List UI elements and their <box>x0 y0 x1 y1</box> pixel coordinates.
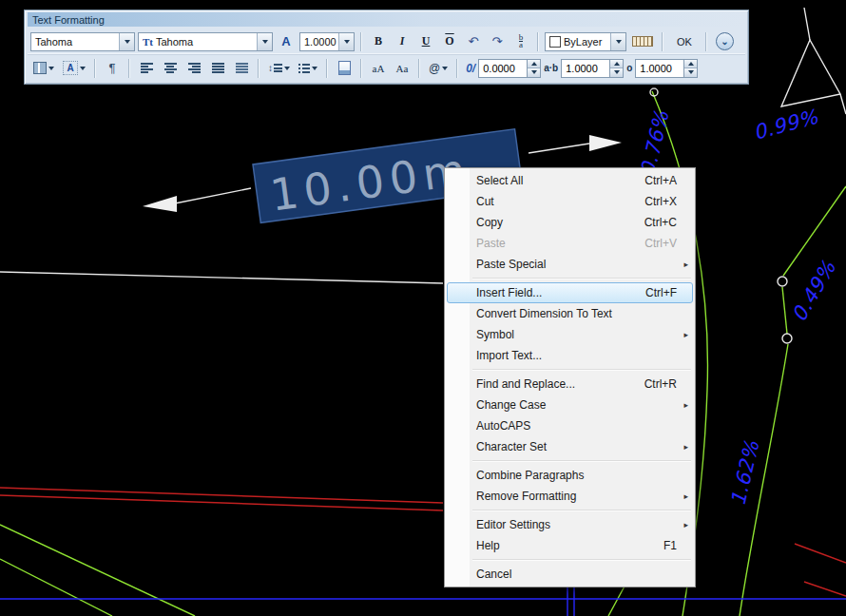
align-center-button[interactable] <box>160 58 181 79</box>
stack-button[interactable]: ba <box>510 31 531 52</box>
oblique-spin-down[interactable] <box>528 67 540 77</box>
columns-button[interactable] <box>30 58 57 79</box>
justify-button[interactable] <box>207 58 228 79</box>
menu-item-import-text[interactable]: Import Text... <box>447 345 693 366</box>
menu-item-insert-field[interactable]: Insert Field... Ctrl+F <box>447 282 693 303</box>
toolbar-separator <box>662 32 663 51</box>
submenu-arrow-icon: ▸ <box>677 400 688 410</box>
align-left-button[interactable] <box>136 58 157 79</box>
align-right-button[interactable] <box>183 58 204 79</box>
numbering-button[interactable] <box>296 58 320 79</box>
paragraph-button[interactable]: ¶ <box>102 58 123 79</box>
text-height-combo[interactable]: 1.0000 <box>299 32 355 51</box>
align-right-icon <box>188 63 201 73</box>
text-style-dropdown-icon[interactable] <box>119 33 134 50</box>
menu-item-character-set[interactable]: Character Set ▸ <box>447 436 693 457</box>
columns-icon <box>33 62 47 74</box>
menu-item-find-and-replace[interactable]: Find and Replace... Ctrl+R <box>447 374 693 395</box>
toolbar-row-2: A ¶ ↕ aA Aa <box>28 54 745 81</box>
justification-button[interactable]: A <box>60 58 88 79</box>
font-dropdown-icon[interactable] <box>257 33 272 50</box>
toolbar-separator <box>258 59 260 78</box>
redo-button[interactable]: ↷ <box>487 31 508 52</box>
menu-item-autocaps[interactable]: AutoCAPS <box>447 415 693 436</box>
line-spacing-icon: ↕ <box>268 63 282 73</box>
insert-field-icon <box>338 61 351 75</box>
oblique-spin-up[interactable] <box>528 60 540 68</box>
submenu-arrow-icon: ▸ <box>677 520 688 529</box>
menu-item-cut[interactable]: Cut Ctrl+X <box>447 191 693 212</box>
underline-button[interactable]: U <box>415 31 436 52</box>
tracking-spin-up[interactable] <box>610 60 623 68</box>
annotative-icon: A <box>281 34 290 48</box>
dialog-title: Text Formatting <box>32 14 105 26</box>
menu-item-cancel[interactable]: Cancel <box>447 564 693 585</box>
submenu-arrow-icon: ▸ <box>677 491 688 501</box>
tracking-spinner[interactable]: 1.0000 <box>561 59 624 78</box>
toolbar-separator <box>456 59 458 78</box>
insert-field-button[interactable] <box>334 58 355 79</box>
symbol-icon: @ <box>429 62 440 75</box>
menu-separator <box>472 559 691 561</box>
toolbar-separator <box>94 59 96 78</box>
width-factor-value: 1.0000 <box>635 59 684 78</box>
menu-item-remove-formatting[interactable]: Remove Formatting ▸ <box>447 486 693 507</box>
submenu-arrow-icon: ▸ <box>677 260 688 269</box>
oblique-angle-value: 0.0000 <box>478 59 528 78</box>
toolbar-row-1: Tahoma Tt Tahoma A 1.0000 B I U O ↶ ↷ ba <box>28 29 745 54</box>
align-center-icon <box>164 63 177 73</box>
tracking-spin-down[interactable] <box>610 67 623 77</box>
color-combo[interactable]: ByLayer <box>545 32 626 51</box>
uppercase-button[interactable]: aA <box>368 58 389 79</box>
toolbar-separator <box>360 59 362 78</box>
width-factor-spinner[interactable]: 1.0000 <box>635 59 698 78</box>
width-factor-spin-down[interactable] <box>684 67 697 77</box>
width-factor-spin-up[interactable] <box>684 60 697 68</box>
ok-button[interactable]: OK <box>669 31 700 52</box>
ruler-button[interactable] <box>629 31 656 52</box>
color-dropdown-icon[interactable] <box>610 33 625 50</box>
submenu-arrow-icon: ▸ <box>677 442 688 452</box>
paragraph-icon: ¶ <box>109 61 116 75</box>
text-style-combo[interactable]: Tahoma <box>30 32 135 51</box>
oblique-angle-spinner[interactable]: 0.0000 <box>478 59 541 78</box>
line-spacing-button[interactable]: ↕ <box>265 58 293 79</box>
menu-item-select-all[interactable]: Select All Ctrl+A <box>447 170 693 191</box>
submenu-arrow-icon: ▸ <box>677 330 688 339</box>
menu-separator <box>472 278 691 279</box>
menu-item-help[interactable]: Help F1 <box>447 535 693 556</box>
options-button[interactable]: ⌄ <box>713 31 737 52</box>
ruler-icon <box>632 36 653 47</box>
menu-item-change-case[interactable]: Change Case ▸ <box>447 395 693 415</box>
undo-button[interactable]: ↶ <box>463 31 484 52</box>
lowercase-button[interactable]: Aa <box>392 58 413 79</box>
tracking-icon: a·b <box>544 63 558 73</box>
menu-item-paste-special[interactable]: Paste Special ▸ <box>447 254 693 275</box>
menu-item-editor-settings[interactable]: Editor Settings ▸ <box>447 514 693 535</box>
menu-item-copy[interactable]: Copy Ctrl+C <box>447 212 693 233</box>
text-height-value: 1.0000 <box>300 33 338 50</box>
font-combo[interactable]: Tt Tahoma <box>138 32 273 51</box>
overline-button[interactable]: O <box>439 31 460 52</box>
canvas-background <box>0 0 846 616</box>
dialog-titlebar[interactable]: Text Formatting <box>28 12 745 27</box>
italic-button[interactable]: I <box>392 31 413 52</box>
cad-canvas[interactable]: 10.00m 0.99%0.76%0.49%1.62% <box>0 0 846 616</box>
annotative-button[interactable]: A <box>276 31 297 52</box>
text-height-dropdown-icon[interactable] <box>338 33 354 50</box>
font-value: Tahoma <box>156 36 193 48</box>
toolbar-separator <box>326 59 328 78</box>
chevron-down-icon: ⌄ <box>716 32 734 50</box>
color-value: ByLayer <box>564 36 602 48</box>
menu-item-convert-dimension-to-text[interactable]: Convert Dimension To Text <box>447 303 693 324</box>
symbol-button[interactable]: @ <box>426 58 451 79</box>
menu-item-combine-paragraphs[interactable]: Combine Paragraphs <box>447 465 693 486</box>
toolbar-separator <box>128 59 130 78</box>
toolbar-separator <box>705 32 707 51</box>
menu-item-symbol[interactable]: Symbol ▸ <box>447 324 693 345</box>
bold-button[interactable]: B <box>368 31 389 52</box>
context-menu: Select All Ctrl+A Cut Ctrl+X Copy Ctrl+C… <box>444 167 696 587</box>
stack-icon: ba <box>519 34 524 48</box>
distribute-button[interactable] <box>231 58 252 79</box>
numbering-icon <box>298 64 310 73</box>
